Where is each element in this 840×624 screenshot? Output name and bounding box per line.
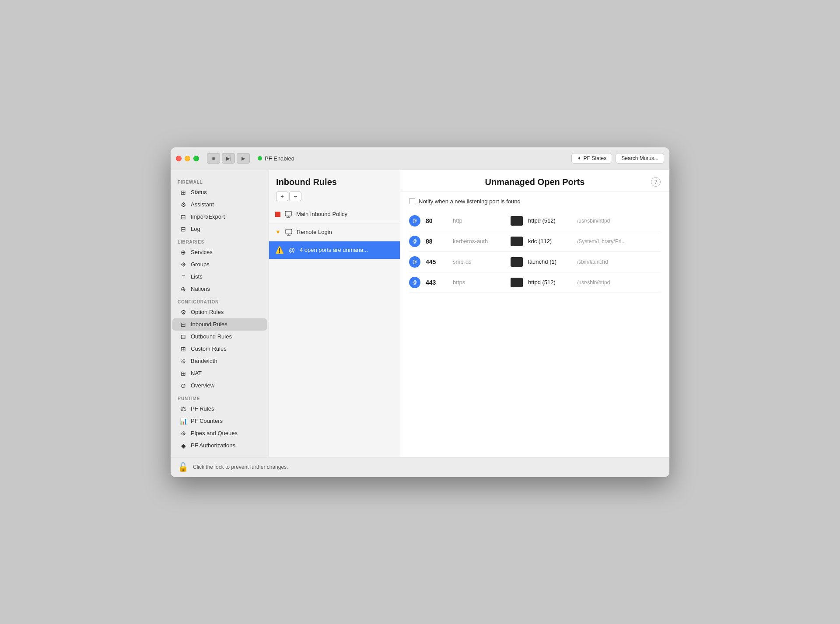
sidebar-item-option-rules[interactable]: ⚙ Option Rules: [172, 306, 267, 318]
sidebar-label-lists: Lists: [191, 273, 203, 280]
sidebar-section-firewall: FIREWALL: [171, 175, 269, 186]
port-row-88[interactable]: @ 88 kerberos-auth kdc (112) /System/Lib…: [409, 231, 661, 252]
titlebar-right: ✦ PF States Search Murus...: [571, 153, 664, 164]
add-rule-button[interactable]: +: [276, 192, 288, 201]
port-path-httpd1: /usr/sbin/httpd: [577, 218, 610, 224]
port-number-443: 443: [426, 279, 448, 286]
play-button[interactable]: ▶: [237, 153, 250, 164]
bandwidth-icon: ❊: [179, 357, 187, 365]
assistant-icon: ⚙: [179, 201, 187, 209]
bottom-bar: 🔓 Click the lock to prevent further chan…: [171, 457, 669, 477]
port-badge-443: @: [409, 277, 420, 288]
maximize-button[interactable]: [193, 156, 199, 161]
rule-remote-login-label: Remote Login: [297, 229, 332, 235]
sidebar-label-pipes-queues: Pipes and Queues: [191, 430, 238, 436]
sidebar-item-log[interactable]: ⊟ Log: [172, 223, 267, 235]
titlebar: ■ ▶| ▶ PF Enabled ✦ PF States Search Mur…: [171, 147, 669, 170]
rule-main-inbound-policy[interactable]: Main Inbound Policy: [269, 206, 400, 223]
sidebar: FIREWALL ⊞ Status ⚙ Assistant ⊟ Import/E…: [171, 170, 269, 457]
rules-list: Main Inbound Policy ▼ Remote Login: [269, 206, 400, 457]
warning-icon: ⚠️: [275, 246, 284, 254]
unmanaged-title: Unmanaged Open Ports: [419, 177, 651, 187]
port-row-443[interactable]: @ 443 https httpd (512) /usr/sbin/httpd: [409, 272, 661, 293]
sidebar-label-inbound-rules: Inbound Rules: [191, 321, 228, 328]
ports-list: @ 80 http httpd (512) /usr/sbin/httpd @ …: [400, 211, 669, 457]
sidebar-label-log: Log: [191, 226, 200, 232]
sidebar-item-pipes-queues[interactable]: ❊ Pipes and Queues: [172, 427, 267, 439]
sidebar-item-bandwidth[interactable]: ❊ Bandwidth: [172, 355, 267, 367]
custom-rules-icon: ⊞: [179, 345, 187, 353]
sidebar-item-services[interactable]: ⊕ Services: [172, 246, 267, 258]
help-button[interactable]: ?: [651, 177, 661, 187]
sidebar-item-pf-rules[interactable]: ⚖ PF Rules: [172, 403, 267, 415]
sidebar-label-outbound-rules: Outbound Rules: [191, 333, 232, 340]
close-button[interactable]: [176, 156, 182, 161]
inbound-rules-panel: Inbound Rules + −: [269, 170, 400, 457]
sidebar-item-outbound-rules[interactable]: ⊟ Outbound Rules: [172, 331, 267, 343]
sidebar-item-import-export[interactable]: ⊟ Import/Export: [172, 211, 267, 223]
nations-icon: ⊕: [179, 285, 187, 293]
sidebar-item-assistant[interactable]: ⚙ Assistant: [172, 199, 267, 211]
port-app-name-kdc: kdc (112): [528, 238, 572, 244]
port-number-80: 80: [426, 217, 448, 224]
sidebar-item-nat[interactable]: ⊞ NAT: [172, 367, 267, 380]
port-badge-88: @: [409, 236, 420, 247]
notify-row: Notify when a new listening port is foun…: [400, 192, 669, 211]
groups-icon: ❊: [179, 261, 187, 268]
lock-text: Click the lock to prevent further change…: [193, 464, 288, 470]
content-area: Inbound Rules + −: [269, 170, 669, 457]
sidebar-label-pf-rules: PF Rules: [191, 405, 214, 412]
rule-triangle-indicator: ▼: [275, 229, 281, 235]
port-number-445: 445: [426, 258, 448, 265]
port-path-kdc: /System/Library/Pri...: [577, 238, 626, 244]
outbound-rules-icon: ⊟: [179, 333, 187, 341]
lock-icon[interactable]: 🔓: [178, 462, 189, 472]
inbound-rules-toolbar: + −: [269, 192, 400, 206]
port-badge-445: @: [409, 256, 420, 268]
status-icon: ⊞: [179, 188, 187, 196]
rule-unmanaged-label: 4 open ports are unmana...: [300, 247, 368, 253]
sidebar-item-lists[interactable]: ≡ Lists: [172, 271, 267, 283]
sidebar-item-status[interactable]: ⊞ Status: [172, 186, 267, 199]
sidebar-section-configuration: CONFIGURATION: [171, 295, 269, 306]
port-badge-80: @: [409, 215, 420, 227]
rule-unmanaged-ports[interactable]: ⚠️ @ 4 open ports are unmana...: [269, 241, 400, 259]
sidebar-item-pf-authorizations[interactable]: ◆ PF Authorizations: [172, 439, 267, 452]
minimize-button[interactable]: [185, 156, 190, 161]
sidebar-item-overview[interactable]: ⊙ Overview: [172, 380, 267, 392]
sidebar-label-groups: Groups: [191, 261, 210, 268]
sidebar-item-custom-rules[interactable]: ⊞ Custom Rules: [172, 343, 267, 355]
sidebar-item-nations[interactable]: ⊕ Nations: [172, 283, 267, 295]
sidebar-item-inbound-rules[interactable]: ⊟ Inbound Rules: [172, 318, 267, 331]
sidebar-section-runtime: RUNTIME: [171, 392, 269, 403]
sidebar-item-groups[interactable]: ❊ Groups: [172, 258, 267, 271]
pf-states-icon: ✦: [577, 155, 581, 161]
port-path-launchd: /sbin/launchd: [577, 259, 608, 265]
stop-button[interactable]: ■: [207, 153, 220, 164]
port-row-80[interactable]: @ 80 http httpd (512) /usr/sbin/httpd: [409, 211, 661, 231]
pause-button[interactable]: ▶|: [222, 153, 235, 164]
pf-counters-icon: 📊: [179, 417, 187, 425]
pf-states-button[interactable]: ✦ PF States: [571, 153, 612, 164]
notify-checkbox[interactable]: [409, 198, 415, 204]
nat-icon: ⊞: [179, 370, 187, 377]
unmanaged-panel: Unmanaged Open Ports ? Notify when a new…: [400, 170, 669, 457]
pf-status: PF Enabled: [258, 155, 294, 162]
main-layout: FIREWALL ⊞ Status ⚙ Assistant ⊟ Import/E…: [171, 170, 669, 457]
rule-remote-icon: [284, 228, 293, 237]
port-app-icon-kdc: [511, 237, 523, 246]
sidebar-item-pf-counters[interactable]: 📊 PF Counters: [172, 415, 267, 427]
port-row-445[interactable]: @ 445 smb-ds launchd (1) /sbin/launchd: [409, 252, 661, 272]
svg-rect-0: [285, 211, 291, 216]
import-export-icon: ⊟: [179, 213, 187, 221]
sidebar-label-pf-authorizations: PF Authorizations: [191, 442, 235, 449]
rule-at-icon: @: [287, 246, 296, 254]
unmanaged-header: Unmanaged Open Ports ?: [400, 170, 669, 192]
port-service-80: http: [453, 217, 505, 224]
port-number-88: 88: [426, 238, 448, 245]
search-button[interactable]: Search Murus...: [616, 153, 664, 164]
inbound-rules-icon: ⊟: [179, 321, 187, 328]
rule-remote-login[interactable]: ▼ Remote Login: [269, 223, 400, 241]
sidebar-label-import-export: Import/Export: [191, 213, 225, 220]
remove-rule-button[interactable]: −: [289, 192, 301, 201]
